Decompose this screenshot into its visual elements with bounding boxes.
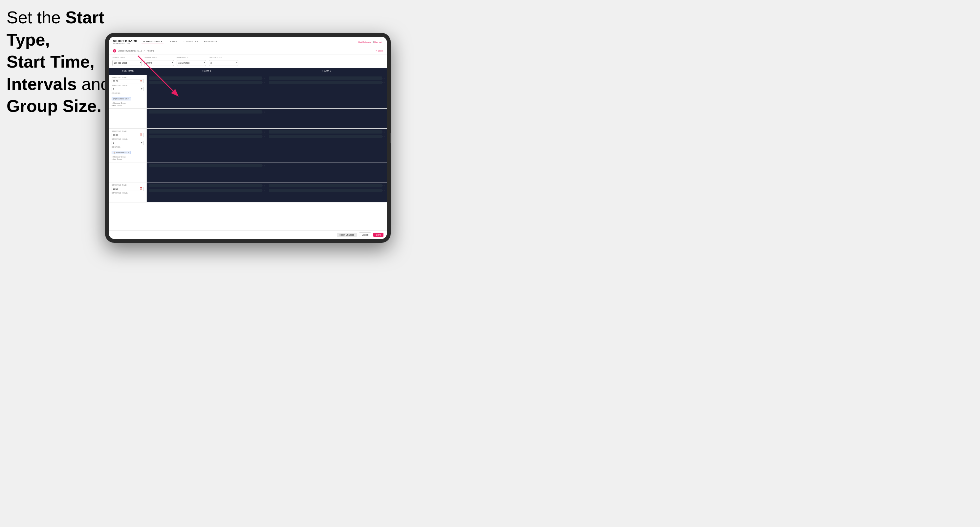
settings-row: Start Type 1st Tee Start Start Time 10:0…: [109, 54, 387, 68]
group-size-select-wrapper: 3: [209, 59, 239, 66]
sign-out-link[interactable]: Sign out: [374, 41, 382, 43]
table-row: × ○: [109, 162, 387, 183]
save-button[interactable]: Save: [373, 233, 383, 237]
start-type-group: Start Type 1st Tee Start: [112, 56, 142, 66]
breadcrumb-logo: C: [113, 49, 116, 52]
tab-committee[interactable]: COMMITTEE: [181, 40, 200, 44]
tablet-side-button: [390, 133, 391, 143]
remove-player-icon[interactable]: × ○: [262, 77, 265, 79]
group-size-label: Group Size: [209, 56, 239, 59]
starting-time-value-1[interactable]: 10:00 ⏰: [111, 79, 144, 83]
remove-player-icon[interactable]: × ○: [382, 135, 385, 138]
player-slot[interactable]: × ○: [269, 189, 385, 192]
remove-group-1[interactable]: ○Remove Group: [111, 102, 144, 104]
tab-tournaments[interactable]: TOURNAMENTS: [142, 40, 164, 44]
intervals-group: Intervals 10 Minutes: [177, 56, 206, 66]
start-time-label: Start Time: [145, 56, 174, 59]
course-remove-1[interactable]: ×: [128, 98, 129, 100]
instruction-bold-group-size: Group Size.: [6, 97, 102, 116]
team2-area-1: × ○ × ○: [267, 75, 387, 108]
course-tag-1: (A) Peachtree GC ×: [111, 97, 131, 100]
player-slot[interactable]: × ○: [149, 184, 265, 188]
add-group-1[interactable]: + Add Group: [111, 104, 144, 106]
player-slot[interactable]: × ○: [149, 164, 265, 168]
player-slot[interactable]: × ○: [269, 81, 385, 85]
start-time-group: Start Time 10:00: [145, 56, 174, 66]
course-label-2: COURSE:: [111, 146, 144, 148]
breadcrumb: C Clippd Invitational (M...) > Hosting <…: [109, 47, 387, 54]
chevron-down-icon: ▾: [141, 87, 143, 90]
reset-changes-button[interactable]: Reset Changes: [337, 233, 357, 237]
intervals-select-wrapper: 10 Minutes: [177, 59, 206, 66]
intervals-select[interactable]: 10 Minutes: [177, 60, 206, 66]
starting-hole-select-1[interactable]: 1 ▾: [111, 87, 144, 91]
remove-player-icon[interactable]: × ○: [382, 82, 385, 84]
instruction-bold-start-time: Start Time,: [6, 52, 95, 71]
remove-player-icon[interactable]: × ○: [382, 77, 385, 79]
breadcrumb-tournament[interactable]: Clippd Invitational (M...): [118, 49, 142, 52]
breadcrumb-current: Hosting: [147, 49, 154, 52]
header-team1: Team 1: [147, 68, 267, 75]
starting-time-label-3: STARTING TIME:: [111, 184, 144, 186]
start-type-select-wrapper: 1st Tee Start: [112, 59, 142, 66]
player-slot[interactable]: × ○: [269, 130, 385, 134]
team2-area-2-extra: [267, 162, 387, 182]
remove-player-icon[interactable]: × ○: [262, 82, 265, 84]
player-slot[interactable]: × ○: [269, 76, 385, 80]
starting-hole-select-2[interactable]: 1 ▾: [111, 141, 144, 145]
instruction-bold-intervals: Intervals: [6, 75, 77, 94]
starting-hole-label-1: STARTING HOLE:: [111, 84, 144, 86]
team1-area-1: × ○ × ○: [147, 75, 267, 108]
nav-bar: SCOREBOARD Powered by clipp TOURNAMENTS …: [109, 37, 387, 47]
start-type-select[interactable]: 1st Tee Start: [112, 60, 142, 66]
tab-teams[interactable]: TEAMS: [167, 40, 178, 44]
remove-player-icon[interactable]: × ○: [262, 165, 265, 167]
cancel-button[interactable]: Cancel: [359, 232, 371, 237]
nav-user: blair@clippd.io | Sign out: [358, 41, 383, 43]
start-time-select[interactable]: 10:00: [145, 60, 174, 66]
player-slot[interactable]: × ○: [149, 110, 265, 114]
course-remove-2[interactable]: ×: [128, 152, 129, 154]
team1-area-1-extra: × ○: [147, 109, 267, 128]
starting-time-value-3[interactable]: 10:20 ⏰: [111, 187, 144, 191]
player-slot[interactable]: × ○: [149, 130, 265, 134]
back-button[interactable]: < Back: [375, 49, 383, 52]
remove-player-icon[interactable]: × ○: [382, 185, 385, 187]
player-slot[interactable]: × ○: [149, 189, 265, 192]
remove-player-icon[interactable]: × ○: [262, 185, 265, 187]
table-header: Tee Time Team 1 Team 2: [109, 68, 387, 75]
player-slot[interactable]: × ○: [149, 135, 265, 138]
table-row: × ○: [109, 109, 387, 129]
group-3-left: STARTING TIME: 10:20 ⏰ STARTING HOLE:: [109, 183, 147, 202]
course-tag-2: 🏌 East Lake GC ×: [111, 151, 130, 154]
remove-player-icon[interactable]: × ○: [382, 189, 385, 191]
remove-player-icon[interactable]: × ○: [382, 131, 385, 133]
nav-tabs: TOURNAMENTS TEAMS COMMITTEE RANKINGS: [142, 40, 358, 44]
player-slot[interactable]: × ○: [149, 76, 265, 80]
starting-hole-label-2: STARTING HOLE:: [111, 138, 144, 140]
add-group-2[interactable]: + Add Group: [111, 158, 144, 160]
remove-player-icon[interactable]: × ○: [262, 111, 265, 113]
instruction-bold-start-type: Start Type,: [6, 8, 104, 49]
group-size-group: Group Size 3: [209, 56, 239, 66]
player-slot[interactable]: × ○: [269, 135, 385, 138]
group-2-left: STARTING TIME: 10:10 ⏰ STARTING HOLE: 1 …: [109, 129, 147, 162]
remove-group-2[interactable]: ○Remove Group: [111, 156, 144, 158]
remove-player-icon[interactable]: × ○: [262, 135, 265, 138]
player-slot[interactable]: × ○: [269, 184, 385, 188]
header-team2: Team 2: [267, 68, 387, 75]
header-tee-time: Tee Time: [109, 68, 147, 75]
tab-rankings[interactable]: RANKINGS: [203, 40, 219, 44]
logo: SCOREBOARD Powered by clipp: [113, 40, 138, 44]
chevron-down-icon: ▾: [141, 141, 143, 144]
starting-time-value-2[interactable]: 10:10 ⏰: [111, 133, 144, 137]
group-size-select[interactable]: 3: [209, 60, 239, 66]
group-1-left: STARTING TIME: 10:00 ⏰ STARTING HOLE: 1 …: [109, 75, 147, 108]
course-label-1: COURSE:: [111, 92, 144, 94]
starting-time-label-2: STARTING TIME:: [111, 130, 144, 132]
remove-player-icon[interactable]: × ○: [262, 131, 265, 133]
player-slot[interactable]: × ○: [149, 81, 265, 85]
starting-hole-label-3: STARTING HOLE:: [111, 192, 144, 194]
remove-player-icon[interactable]: × ○: [262, 189, 265, 191]
tablet-frame: SCOREBOARD Powered by clipp TOURNAMENTS …: [105, 33, 391, 243]
